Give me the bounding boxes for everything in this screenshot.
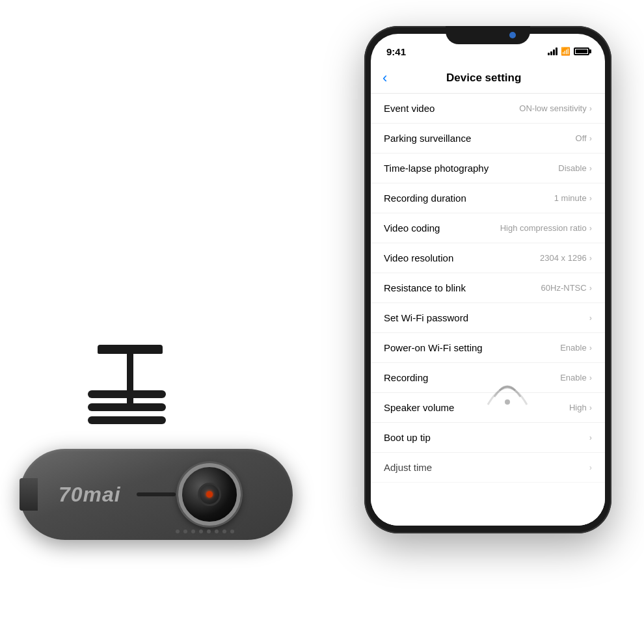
rail-2	[88, 403, 166, 411]
mount-arm	[98, 345, 163, 354]
setting-row[interactable]: Video resolution2304 x 1296›	[371, 243, 605, 273]
dashcam: 70mai	[20, 345, 319, 566]
chevron-right-icon: ›	[589, 253, 592, 263]
setting-label: Video resolution	[384, 252, 453, 263]
chevron-right-icon: ›	[589, 133, 592, 143]
setting-value-area: 2304 x 1296›	[540, 253, 592, 263]
signal-bar-4	[556, 47, 557, 55]
front-camera	[509, 32, 516, 38]
connector	[20, 478, 38, 511]
dot-6	[215, 530, 219, 533]
mount-rails	[88, 390, 172, 429]
setting-label: Recording duration	[384, 193, 466, 204]
setting-value: High	[569, 403, 587, 412]
setting-value: Enable	[560, 343, 586, 353]
setting-value-area: High compression ratio›	[500, 223, 592, 233]
chevron-right-icon: ›	[589, 463, 592, 472]
setting-row[interactable]: Power-on Wi-Fi settingEnable›	[371, 333, 605, 363]
chevron-right-icon: ›	[589, 403, 592, 412]
setting-label: Boot up tip	[384, 432, 431, 443]
setting-label: Set Wi-Fi password	[384, 312, 468, 323]
phone-screen: 9:41 📶	[371, 34, 605, 526]
bottom-dots	[176, 530, 234, 533]
brand-label: 70mai	[59, 483, 121, 507]
dot-4	[199, 530, 203, 533]
phone-frame: 9:41 📶	[364, 26, 611, 533]
lens-inner	[198, 483, 221, 506]
setting-row[interactable]: Event videoON-low sensitivity›	[371, 94, 605, 124]
dot-3	[191, 530, 195, 533]
phone: 9:41 📶	[364, 26, 611, 533]
signal-bar-3	[553, 49, 555, 55]
setting-value: ON-low sensitivity	[519, 103, 586, 113]
setting-value: High compression ratio	[500, 223, 587, 233]
signal-bars	[548, 47, 557, 55]
camera-body: 70mai	[20, 449, 293, 540]
card-slot	[137, 492, 176, 496]
battery-fill	[576, 49, 587, 53]
setting-row[interactable]: Recording duration1 minute›	[371, 183, 605, 213]
setting-label: Adjust time	[384, 462, 432, 473]
status-time: 9:41	[386, 46, 406, 57]
battery-icon	[574, 47, 589, 55]
setting-label: Resistance to blink	[384, 282, 466, 293]
setting-value: Enable	[560, 373, 586, 382]
setting-row[interactable]: Speaker volumeHigh›	[371, 393, 605, 423]
dot-7	[222, 530, 226, 533]
dot-5	[207, 530, 211, 533]
setting-value-area: Off›	[576, 133, 592, 143]
setting-value-area: High›	[569, 403, 592, 412]
setting-label: Event video	[384, 103, 435, 114]
setting-row[interactable]: Boot up tip›	[371, 423, 605, 453]
setting-row[interactable]: Adjust time›	[371, 453, 605, 483]
back-button[interactable]: ‹	[382, 71, 387, 85]
setting-value-area: ›	[589, 463, 592, 472]
setting-label: Speaker volume	[384, 402, 454, 413]
setting-row[interactable]: RecordingEnable›	[371, 363, 605, 393]
setting-value: Disable	[558, 163, 586, 173]
wifi-status-icon: 📶	[561, 47, 570, 56]
setting-value-area: Disable›	[558, 163, 592, 173]
setting-label: Recording	[384, 372, 428, 383]
chevron-right-icon: ›	[589, 343, 592, 353]
page-title: Device setting	[394, 72, 574, 85]
chevron-right-icon: ›	[589, 313, 592, 323]
chevron-right-icon: ›	[589, 283, 592, 293]
dot-8	[230, 530, 234, 533]
setting-value: 2304 x 1296	[540, 253, 587, 263]
chevron-right-icon: ›	[589, 433, 592, 442]
lens-dot	[206, 491, 213, 498]
setting-value-area: Enable›	[560, 373, 592, 382]
setting-value: Off	[576, 133, 587, 143]
setting-value-area: Enable›	[560, 343, 592, 353]
setting-value-area: ON-low sensitivity›	[519, 103, 592, 113]
setting-row[interactable]: Video codingHigh compression ratio›	[371, 213, 605, 243]
camera-lens	[178, 463, 241, 526]
setting-row[interactable]: Set Wi-Fi password›	[371, 303, 605, 333]
chevron-right-icon: ›	[589, 103, 592, 113]
chevron-right-icon: ›	[589, 163, 592, 173]
notch	[446, 26, 530, 44]
setting-label: Video coding	[384, 222, 440, 234]
nav-bar: ‹ Device setting	[371, 62, 605, 94]
setting-value: 1 minute	[554, 193, 587, 203]
chevron-right-icon: ›	[589, 193, 592, 203]
rail-3	[88, 416, 166, 424]
setting-label: Power-on Wi-Fi setting	[384, 342, 483, 353]
chevron-right-icon: ›	[589, 223, 592, 233]
signal-bar-2	[550, 51, 552, 55]
setting-value-area: ›	[589, 313, 592, 323]
setting-row[interactable]: Time-lapse photographyDisable›	[371, 154, 605, 183]
setting-value-area: ›	[589, 433, 592, 442]
dot-1	[176, 530, 180, 533]
setting-row[interactable]: Parking surveillanceOff›	[371, 124, 605, 154]
dot-2	[183, 530, 187, 533]
setting-row[interactable]: Resistance to blink60Hz-NTSC›	[371, 273, 605, 303]
setting-value-area: 60Hz-NTSC›	[541, 283, 592, 293]
settings-list: Event videoON-low sensitivity›Parking su…	[371, 94, 605, 526]
chevron-right-icon: ›	[589, 373, 592, 382]
status-icons: 📶	[548, 47, 589, 56]
setting-label: Parking surveillance	[384, 133, 471, 144]
setting-value: 60Hz-NTSC	[541, 283, 587, 293]
setting-value-area: 1 minute›	[554, 193, 592, 203]
